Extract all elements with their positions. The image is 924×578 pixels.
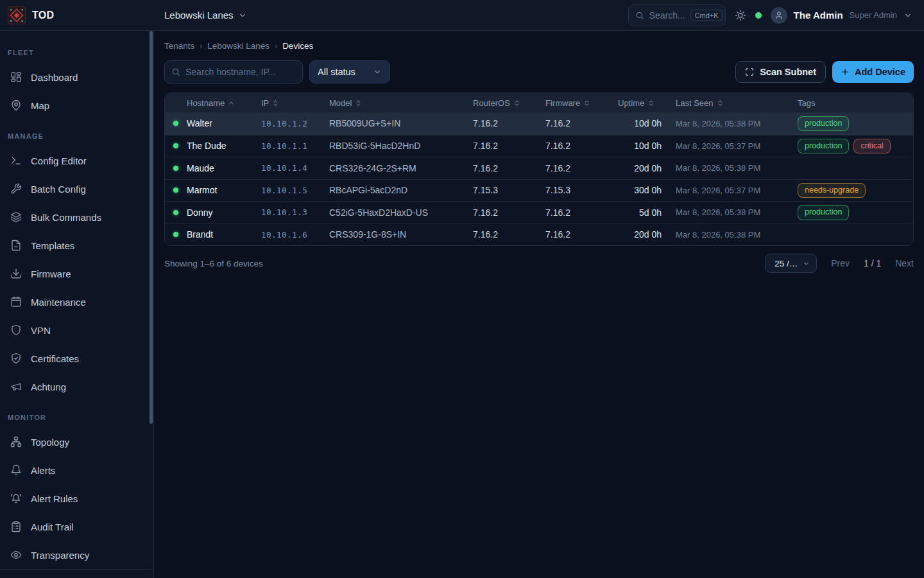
column-header-uptime[interactable]: Uptime xyxy=(618,98,669,108)
sidebar-item-achtung[interactable]: Achtung xyxy=(0,372,153,401)
scan-icon xyxy=(745,67,754,76)
sidebar-item-label: Config Editor xyxy=(31,155,87,166)
hostname-cell: Maude xyxy=(187,163,261,173)
routeros-cell: 7.16.2 xyxy=(473,229,545,240)
ip-cell: 10.10.1.5 xyxy=(261,186,329,195)
firmware-cell: 7.16.2 xyxy=(545,141,618,151)
uptime-cell: 20d 0h xyxy=(618,163,669,173)
breadcrumb-tenants[interactable]: Tenants xyxy=(164,41,194,51)
column-header-hostname[interactable]: Hostname xyxy=(187,98,261,108)
column-header-firmware[interactable]: Firmware xyxy=(545,98,618,108)
tags-cell: production xyxy=(798,116,913,132)
status-cell xyxy=(165,232,187,237)
sidebar-collapse-button[interactable] xyxy=(0,569,153,578)
column-label: Uptime xyxy=(618,98,644,108)
online-status-dot xyxy=(173,210,178,215)
firmware-cell: 7.16.2 xyxy=(545,118,618,128)
model-cell: CRS326-24G-2S+RM xyxy=(329,163,473,173)
column-label: RouterOS xyxy=(473,98,510,108)
global-search[interactable]: Search... Cmd+K xyxy=(628,4,726,26)
sidebar-item-label: Dashboard xyxy=(31,72,78,83)
sidebar-item-certificates[interactable]: Certificates xyxy=(0,344,153,372)
breadcrumb: Tenants › Lebowski Lanes › Devices xyxy=(164,41,914,51)
topbar-right: Search... Cmd+K The Admin Super Admin xyxy=(628,4,924,26)
prev-page-button[interactable]: Prev xyxy=(831,258,850,268)
model-cell: RBD53iG-5HacD2HnD xyxy=(329,141,473,151)
column-label: IP xyxy=(261,98,269,108)
sidebar-item-alert-rules[interactable]: Alert Rules xyxy=(0,484,153,512)
breadcrumb-separator: › xyxy=(275,42,277,51)
sort-asc-icon xyxy=(228,100,235,107)
tags-cell: needs-upgrade xyxy=(798,183,913,198)
sidebar-item-maintenance[interactable]: Maintenance xyxy=(0,288,153,316)
model-cell: RBcAPGi-5acD2nD xyxy=(329,185,473,195)
sidebar-item-config-editor[interactable]: Config Editor xyxy=(0,146,153,175)
user-name: The Admin xyxy=(794,10,843,21)
column-header-model[interactable]: Model xyxy=(329,98,473,108)
uptime-cell: 5d 0h xyxy=(618,207,669,218)
table-row[interactable]: Brandt 10.10.1.6 CRS309-1G-8S+IN 7.16.2 … xyxy=(165,223,913,246)
sidebar-item-label: Templates xyxy=(31,240,74,251)
user-menu[interactable]: The Admin Super Admin xyxy=(771,7,912,24)
page-size-value: 25 /… xyxy=(774,259,798,268)
tag-badge: production xyxy=(798,116,849,132)
layers-icon xyxy=(10,211,22,223)
add-device-button[interactable]: Add Device xyxy=(832,61,914,83)
sort-icon xyxy=(583,100,590,107)
table-row[interactable]: Maude 10.10.1.4 CRS326-24G-2S+RM 7.16.2 … xyxy=(165,157,913,179)
device-search-input[interactable]: Search hostname, IP... xyxy=(164,60,303,83)
scan-subnet-button[interactable]: Scan Subnet xyxy=(735,61,826,83)
hostname-cell: Donny xyxy=(187,207,261,218)
download-icon xyxy=(10,268,22,279)
app-window: TOD Lebowski Lanes Search... Cmd+K xyxy=(0,0,924,578)
tenant-selector-label: Lebowski Lanes xyxy=(164,10,234,21)
user-icon xyxy=(774,11,783,20)
section-label: MANAGE xyxy=(0,128,153,146)
status-cell xyxy=(165,188,187,193)
next-page-button[interactable]: Next xyxy=(895,258,914,268)
tags-cell: production critical xyxy=(798,139,913,154)
sidebar-item-map[interactable]: Map xyxy=(0,91,153,119)
theme-toggle-button[interactable] xyxy=(735,10,746,21)
sidebar-item-label: Firmware xyxy=(31,268,71,279)
devices-table: Hostname IP Model RouterOS Firmware xyxy=(164,92,914,246)
scan-subnet-label: Scan Subnet xyxy=(760,67,816,77)
column-header-tags: Tags xyxy=(798,98,913,108)
sidebar-item-audit-trail[interactable]: Audit Trail xyxy=(0,512,153,541)
topbar: TOD Lebowski Lanes Search... Cmd+K xyxy=(0,0,924,31)
breadcrumb-tenant-name[interactable]: Lebowski Lanes xyxy=(207,41,270,51)
sidebar-item-vpn[interactable]: VPN xyxy=(0,316,153,344)
sidebar-item-bulk-commands[interactable]: Bulk Commands xyxy=(0,203,153,231)
table-row[interactable]: Marmot 10.10.1.5 RBcAPGi-5acD2nD 7.15.3 … xyxy=(165,179,913,202)
last-seen-cell: Mar 8, 2026, 05:37 PM xyxy=(669,141,798,151)
sidebar-item-batch-config[interactable]: Batch Config xyxy=(0,175,153,203)
sidebar-item-templates[interactable]: Templates xyxy=(0,231,153,259)
column-header-routeros[interactable]: RouterOS xyxy=(473,98,545,108)
sidebar-item-transparency[interactable]: Transparency xyxy=(0,541,153,569)
tenant-selector[interactable]: Lebowski Lanes xyxy=(164,10,247,21)
table-row[interactable]: Donny 10.10.1.3 C52iG-5HaxD2HaxD-US 7.16… xyxy=(165,201,913,223)
last-seen-cell: Mar 8, 2026, 05:37 PM xyxy=(669,186,798,195)
sidebar-item-firmware[interactable]: Firmware xyxy=(0,259,153,288)
page-size-select[interactable]: 25 /… xyxy=(765,254,817,273)
table-row[interactable]: Walter 10.10.1.2 RB5009UG+S+IN 7.16.2 7.… xyxy=(165,112,913,135)
sidebar: FLEET Dashboard Map MANAGE Config Editor xyxy=(0,31,154,578)
sort-icon xyxy=(647,100,654,107)
sidebar-item-alerts[interactable]: Alerts xyxy=(0,456,153,484)
ip-cell: 10.10.1.3 xyxy=(261,207,329,217)
brand: TOD xyxy=(0,6,154,24)
sidebar-scrollbar[interactable] xyxy=(150,31,153,424)
sidebar-item-topology[interactable]: Topology xyxy=(0,428,153,456)
status-filter-select[interactable]: All status xyxy=(309,60,390,83)
sidebar-item-dashboard[interactable]: Dashboard xyxy=(0,63,153,91)
column-header-last-seen[interactable]: Last Seen xyxy=(669,98,798,108)
table-row[interactable]: The Dude 10.10.1.1 RBD53iG-5HacD2HnD 7.1… xyxy=(165,135,913,157)
search-icon xyxy=(635,11,644,20)
column-header-ip[interactable]: IP xyxy=(261,98,329,108)
last-seen-cell: Mar 8, 2026, 05:38 PM xyxy=(669,119,798,128)
plus-icon xyxy=(841,67,850,76)
routeros-cell: 7.15.3 xyxy=(473,185,545,195)
hostname-cell: Marmot xyxy=(187,185,261,195)
ip-cell: 10.10.1.2 xyxy=(261,119,329,128)
section-label: FLEET xyxy=(0,45,153,63)
